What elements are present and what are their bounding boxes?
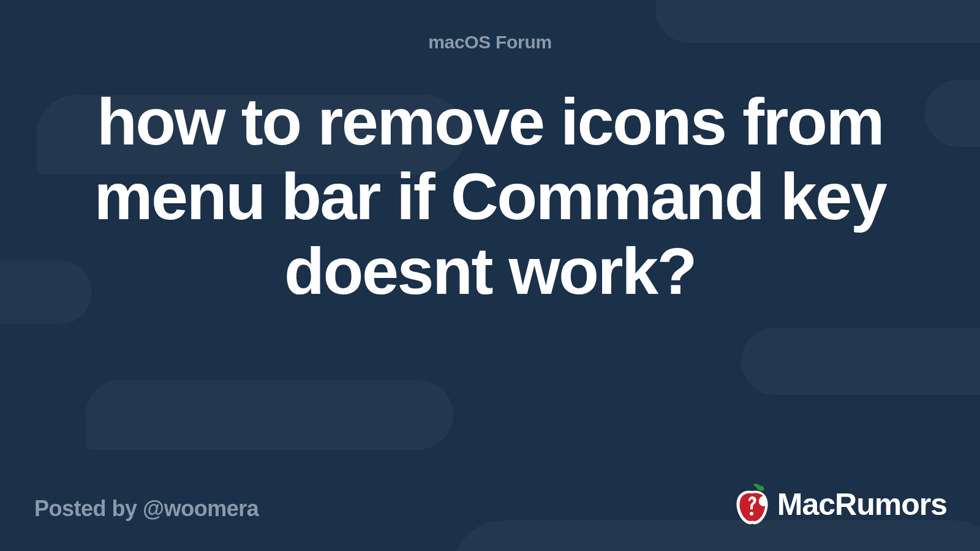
forum-label: macOS Forum bbox=[0, 32, 980, 53]
svg-point-0 bbox=[750, 512, 753, 515]
site-logo-text: MacRumors bbox=[777, 487, 947, 522]
bg-bubble bbox=[86, 380, 453, 450]
bg-bubble bbox=[741, 328, 980, 395]
bg-bubble bbox=[925, 80, 980, 147]
macrumors-apple-icon bbox=[733, 482, 771, 527]
site-logo: MacRumors bbox=[733, 482, 947, 527]
thread-title: how to remove icons from menu bar if Com… bbox=[74, 84, 907, 309]
posted-by: Posted by @woomera bbox=[34, 496, 258, 522]
